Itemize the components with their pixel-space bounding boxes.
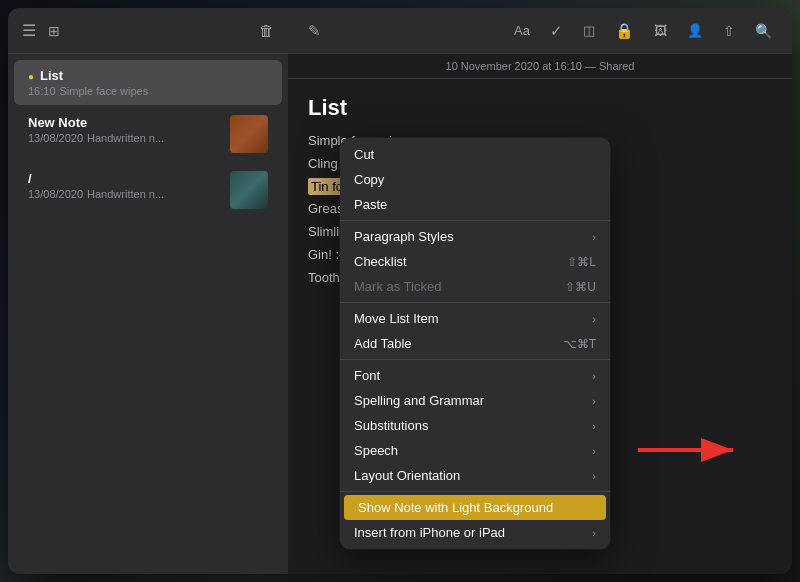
table-icon[interactable]: ◫ bbox=[579, 19, 599, 42]
content-toolbar: ✎ Aa ✓ ◫ 🔒 🖼 👤 ⇧ 🔍 bbox=[288, 8, 792, 54]
shortcut-mark-ticked: ⇧⌘U bbox=[565, 280, 596, 294]
chevron-icon-spelling-grammar: › bbox=[592, 395, 596, 407]
note-item-2-header: New Note 13/08/2020 Handwritten n... bbox=[28, 115, 268, 153]
media-icon[interactable]: 🖼 bbox=[650, 19, 671, 42]
trash-icon[interactable]: 🗑 bbox=[259, 22, 274, 39]
app-window: ☰ ⊞ 🗑 ● List 16:10 bbox=[8, 8, 792, 574]
context-menu: Cut Copy Paste Paragraph Styles › bbox=[340, 138, 610, 549]
menu-item-checklist[interactable]: Checklist ⇧⌘L bbox=[340, 249, 610, 274]
red-arrow bbox=[638, 435, 748, 465]
sidebar-notes-list: ● List 16:10 Simple face wipes bbox=[8, 54, 288, 574]
content-area: ✎ Aa ✓ ◫ 🔒 🖼 👤 ⇧ 🔍 10 November 2020 at 1… bbox=[288, 8, 792, 574]
note-date-3: 13/08/2020 bbox=[28, 188, 83, 200]
menu-label-font: Font bbox=[354, 368, 380, 383]
list-view-icon[interactable]: ☰ bbox=[22, 21, 36, 40]
edit-icon[interactable]: ✎ bbox=[304, 18, 325, 44]
menu-item-cut[interactable]: Cut bbox=[340, 142, 610, 167]
menu-item-copy[interactable]: Copy bbox=[340, 167, 610, 192]
note-item-list[interactable]: ● List 16:10 Simple face wipes bbox=[14, 60, 282, 105]
chevron-icon-layout-orientation: › bbox=[592, 470, 596, 482]
menu-item-add-table[interactable]: Add Table ⌥⌘T bbox=[340, 331, 610, 356]
menu-label-substitutions: Substitutions bbox=[354, 418, 428, 433]
sidebar-toolbar: ☰ ⊞ 🗑 bbox=[8, 8, 288, 54]
menu-item-speech[interactable]: Speech › bbox=[340, 438, 610, 463]
chevron-icon-paragraph-styles: › bbox=[592, 231, 596, 243]
font-size-icon[interactable]: Aa bbox=[510, 19, 534, 42]
note-item-slash[interactable]: / 13/08/2020 Handwritten n... bbox=[14, 163, 282, 217]
chevron-icon-font: › bbox=[592, 370, 596, 382]
note-preview-1: Simple face wipes bbox=[60, 85, 149, 97]
shortcut-checklist: ⇧⌘L bbox=[567, 255, 596, 269]
share-icon[interactable]: ⇧ bbox=[719, 19, 739, 43]
menu-label-spelling-grammar: Spelling and Grammar bbox=[354, 393, 484, 408]
person-icon[interactable]: 👤 bbox=[683, 19, 707, 42]
menu-label-layout-orientation: Layout Orientation bbox=[354, 468, 460, 483]
note-date-1: 16:10 bbox=[28, 85, 56, 97]
sidebar-toolbar-left: ☰ ⊞ bbox=[22, 21, 60, 40]
menu-label-cut: Cut bbox=[354, 147, 374, 162]
note-date-2: 13/08/2020 bbox=[28, 132, 83, 144]
lock-icon[interactable]: 🔒 bbox=[611, 18, 638, 44]
search-icon[interactable]: 🔍 bbox=[751, 19, 776, 43]
note-content-title: List bbox=[308, 95, 772, 121]
grid-view-icon[interactable]: ⊞ bbox=[48, 23, 60, 39]
menu-item-layout-orientation[interactable]: Layout Orientation › bbox=[340, 463, 610, 488]
menu-label-checklist: Checklist bbox=[354, 254, 407, 269]
menu-item-paragraph-styles[interactable]: Paragraph Styles › bbox=[340, 224, 610, 249]
menu-label-add-table: Add Table bbox=[354, 336, 412, 351]
note-preview-2: Handwritten n... bbox=[87, 132, 164, 144]
chevron-icon-speech: › bbox=[592, 445, 596, 457]
main-layout: ☰ ⊞ 🗑 ● List 16:10 bbox=[8, 8, 792, 574]
checklist-icon[interactable]: ✓ bbox=[546, 18, 567, 44]
menu-item-spelling-grammar[interactable]: Spelling and Grammar › bbox=[340, 388, 610, 413]
menu-item-substitutions[interactable]: Substitutions › bbox=[340, 413, 610, 438]
chevron-icon-move-list-item: › bbox=[592, 313, 596, 325]
note-title-2: New Note bbox=[28, 115, 164, 130]
menu-label-paste: Paste bbox=[354, 197, 387, 212]
note-item-3-info: / 13/08/2020 Handwritten n... bbox=[28, 171, 164, 200]
menu-item-mark-ticked[interactable]: Mark as Ticked ⇧⌘U bbox=[340, 274, 610, 299]
menu-label-insert-iphone-ipad: Insert from iPhone or iPad bbox=[354, 525, 505, 540]
chevron-icon-substitutions: › bbox=[592, 420, 596, 432]
note-item-header: ● List 16:10 Simple face wipes bbox=[28, 68, 268, 97]
content-toolbar-right: Aa ✓ ◫ 🔒 🖼 👤 ⇧ 🔍 bbox=[510, 18, 776, 44]
separator-4 bbox=[340, 491, 610, 492]
note-item-2-info: New Note 13/08/2020 Handwritten n... bbox=[28, 115, 164, 144]
note-preview-3: Handwritten n... bbox=[87, 188, 164, 200]
sync-icon: ● bbox=[28, 71, 34, 82]
status-text: 10 November 2020 at 16:10 — Shared bbox=[446, 60, 635, 72]
separator-3 bbox=[340, 359, 610, 360]
menu-item-font[interactable]: Font › bbox=[340, 363, 610, 388]
menu-label-show-note-light-bg: Show Note with Light Background bbox=[358, 500, 553, 515]
content-toolbar-left: ✎ bbox=[304, 18, 325, 44]
menu-label-move-list-item: Move List Item bbox=[354, 311, 439, 326]
chevron-icon-insert-iphone-ipad: › bbox=[592, 527, 596, 539]
menu-item-insert-iphone-ipad[interactable]: Insert from iPhone or iPad › bbox=[340, 520, 610, 545]
sidebar: ☰ ⊞ 🗑 ● List 16:10 bbox=[8, 8, 288, 574]
shortcut-add-table: ⌥⌘T bbox=[563, 337, 596, 351]
menu-item-paste[interactable]: Paste bbox=[340, 192, 610, 217]
note-item-3-header: / 13/08/2020 Handwritten n... bbox=[28, 171, 268, 209]
separator-1 bbox=[340, 220, 610, 221]
menu-label-mark-ticked: Mark as Ticked bbox=[354, 279, 441, 294]
note-title-1: List bbox=[40, 68, 63, 83]
note-item-new-note[interactable]: New Note 13/08/2020 Handwritten n... bbox=[14, 107, 282, 161]
menu-label-copy: Copy bbox=[354, 172, 384, 187]
note-item-info: ● List 16:10 Simple face wipes bbox=[28, 68, 148, 97]
menu-label-speech: Speech bbox=[354, 443, 398, 458]
menu-item-show-note-light-bg[interactable]: Show Note with Light Background bbox=[344, 495, 606, 520]
note-title-3: / bbox=[28, 171, 164, 186]
menu-label-paragraph-styles: Paragraph Styles bbox=[354, 229, 454, 244]
note-thumbnail-2 bbox=[230, 115, 268, 153]
separator-2 bbox=[340, 302, 610, 303]
arrow-container bbox=[638, 435, 748, 469]
menu-item-move-list-item[interactable]: Move List Item › bbox=[340, 306, 610, 331]
note-thumbnail-3 bbox=[230, 171, 268, 209]
status-bar: 10 November 2020 at 16:10 — Shared bbox=[288, 54, 792, 79]
